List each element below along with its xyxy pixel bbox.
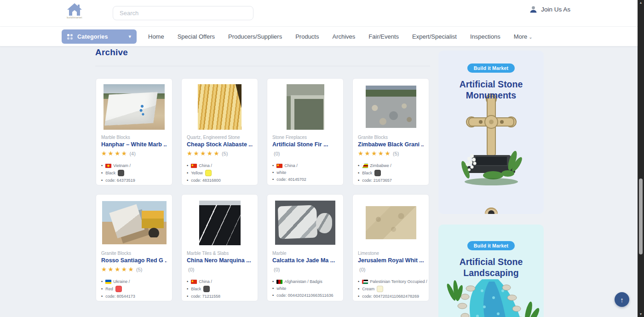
- site-logo[interactable]: builditmarket: [65, 3, 84, 19]
- nav-item-home[interactable]: Home: [148, 33, 164, 40]
- product-image-wrap: [187, 83, 253, 131]
- scroll-to-top-button[interactable]: ↑: [615, 292, 629, 307]
- color-swatch: [374, 170, 381, 176]
- product-title[interactable]: Zimbabwe Black Grani ...: [358, 141, 424, 148]
- product-title[interactable]: China Nero Marquina ...: [187, 257, 253, 264]
- product-card[interactable]: Marble Blocks Hanphar – White Marb ... ★…: [96, 78, 172, 185]
- scrollbar-down-arrow[interactable]: ▼: [638, 312, 644, 317]
- product-title[interactable]: Calcatta Ice Jade Ma ...: [272, 257, 338, 264]
- product-rating: ★★★★★ (5): [187, 150, 253, 157]
- scrollbar[interactable]: ▲ ▼: [638, 0, 644, 317]
- ad-artificial-stone-monuments[interactable]: Build it Market Artificial Stone Monumen…: [438, 51, 544, 214]
- product-color: Black: [101, 170, 167, 176]
- product-code: code: 80544173: [101, 294, 167, 299]
- product-image: [287, 84, 324, 130]
- product-rating: (0): [187, 265, 253, 273]
- product-card[interactable]: Quartz, Engineered Stone Cheap Stock Ala…: [181, 78, 258, 185]
- product-category: Marble: [272, 251, 338, 256]
- product-details: Ukraine / Red code: 80544173: [101, 279, 167, 299]
- product-origin: China /: [187, 279, 253, 284]
- house-logo-icon: [66, 3, 83, 16]
- product-image: [102, 201, 167, 244]
- country-flag-icon: [276, 280, 282, 284]
- color-swatch: [115, 286, 122, 292]
- product-rating: (0): [272, 150, 338, 157]
- product-rating: (0): [358, 265, 424, 273]
- product-image: [366, 86, 416, 128]
- star-icons: ★★★★★: [101, 266, 135, 273]
- product-title[interactable]: Hanphar – White Marb ...: [101, 141, 167, 148]
- color-swatch: [377, 286, 383, 292]
- nav-item-more[interactable]: More⌄: [514, 33, 533, 40]
- product-origin: China /: [187, 163, 253, 168]
- categories-button[interactable]: Categories ▾: [62, 29, 137, 44]
- nav-items: Home Special Offers Producers/Suppliers …: [148, 27, 533, 46]
- rating-count: (0): [274, 267, 280, 272]
- nav-item-expert-specialist[interactable]: Expert/Specialist: [412, 33, 457, 40]
- nav-item-producers-suppliers[interactable]: Producers/Suppliers: [228, 33, 282, 40]
- join-us-label: Join Us As: [541, 6, 570, 13]
- product-image: [199, 201, 241, 245]
- product-details: China / Yellow code: 48316800: [187, 163, 253, 183]
- product-grid: Marble Blocks Hanphar – White Marb ... ★…: [96, 78, 429, 301]
- product-color: Black: [358, 170, 424, 176]
- color-swatch: [205, 170, 212, 176]
- nav-item-products[interactable]: Products: [295, 33, 319, 40]
- rating-count: (4): [129, 151, 135, 156]
- product-category: Marble Blocks: [101, 135, 167, 140]
- star-icons: ★★★★: [101, 150, 128, 157]
- color-swatch: [203, 286, 210, 292]
- product-image: [104, 84, 165, 130]
- build-it-market-badge[interactable]: Build it Market: [467, 63, 515, 73]
- product-origin: Palestinian Territory Occupied /: [358, 279, 424, 284]
- scrollbar-up-arrow[interactable]: ▲: [638, 0, 644, 5]
- product-card[interactable]: Stone Fireplaces Artificial Stone Fir ..…: [267, 78, 344, 185]
- product-details: Vietnam / Black code: 64373519: [101, 163, 167, 183]
- color-swatch: [118, 170, 124, 176]
- search-input[interactable]: [113, 6, 253, 20]
- product-title[interactable]: Artificial Stone Fir ...: [272, 141, 338, 148]
- product-image-wrap: [272, 199, 338, 247]
- product-code: code: 21673657: [358, 178, 424, 183]
- product-image-wrap: [272, 83, 338, 131]
- product-card[interactable]: Limestone Jerusalem Royal Whit ... (0) P…: [352, 194, 429, 301]
- product-card[interactable]: Granite Blocks Rosso Santiago Red G ... …: [96, 194, 172, 301]
- product-rating: (0): [272, 265, 338, 273]
- product-card[interactable]: Marble Tiles & Slabs China Nero Marquina…: [181, 194, 258, 301]
- product-code: code: 48316800: [187, 178, 253, 183]
- product-category: Limestone: [358, 251, 424, 256]
- country-flag-icon: [276, 164, 282, 168]
- country-flag-icon: [105, 280, 111, 284]
- join-us-link[interactable]: Join Us As: [529, 6, 570, 13]
- product-color: Red: [101, 286, 167, 292]
- product-details: Palestinian Territory Occupied / Cream c…: [358, 279, 424, 299]
- build-it-market-badge[interactable]: Build it Market: [467, 241, 515, 250]
- page-title: Archive: [95, 47, 128, 58]
- chevron-down-icon: ⌄: [529, 35, 532, 40]
- product-origin: Zimbabwe /: [358, 163, 424, 168]
- product-image: [275, 201, 335, 245]
- nav-item-inspections[interactable]: Inspections: [470, 33, 500, 40]
- ad-artificial-stone-landscaping[interactable]: Build it Market Artificial Stone Landsca…: [438, 225, 544, 317]
- product-category: Marble Tiles & Slabs: [187, 251, 253, 256]
- nav-item-archives[interactable]: Archives: [332, 33, 355, 40]
- rating-count: (5): [136, 267, 142, 272]
- country-flag-icon: [191, 280, 197, 284]
- product-color: Black: [187, 286, 253, 292]
- scrollbar-thumb[interactable]: [639, 179, 643, 254]
- country-flag-icon: [362, 280, 368, 284]
- product-card[interactable]: Granite Blocks Zimbabwe Black Grani ... …: [352, 78, 429, 185]
- nav-item-special-offers[interactable]: Special Offers: [178, 33, 215, 40]
- nav-item-fair-events[interactable]: Fair/Events: [368, 33, 399, 40]
- product-card[interactable]: Marble Calcatta Ice Jade Ma ... (0) Afgh…: [267, 194, 344, 301]
- product-title[interactable]: Rosso Santiago Red G ...: [101, 257, 167, 264]
- landscaping-image: [438, 279, 544, 317]
- product-code: code: 64373519: [101, 178, 167, 183]
- product-rating: ★★★★★ (5): [101, 265, 167, 273]
- rating-count: (0): [188, 267, 194, 272]
- product-title[interactable]: Cheap Stock Alabaste ...: [187, 141, 253, 148]
- product-origin: Vietnam /: [101, 163, 167, 168]
- country-flag-icon: [105, 164, 111, 168]
- product-category: Stone Fireplaces: [272, 135, 338, 140]
- product-title[interactable]: Jerusalem Royal Whit ...: [358, 257, 424, 264]
